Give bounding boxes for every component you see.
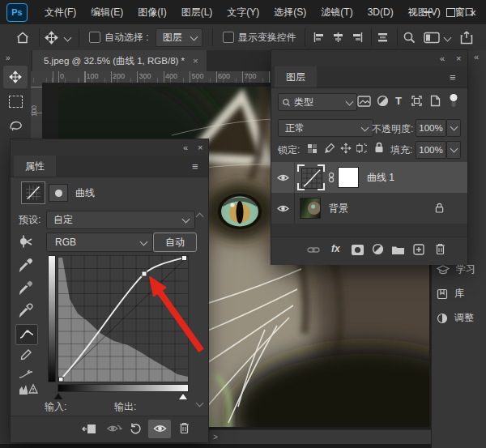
menu-select[interactable]: 选择(S) <box>266 0 313 24</box>
fill-dropdown-button[interactable] <box>446 141 461 159</box>
auto-select-checkbox[interactable] <box>89 32 100 43</box>
lock-all-icon[interactable] <box>374 142 384 153</box>
pencil-draw-curve-icon[interactable] <box>20 348 32 361</box>
filter-adjustment-layers-icon[interactable] <box>377 95 389 107</box>
screen-mode-chevron-icon[interactable] <box>443 33 451 41</box>
panel-collapse-icon[interactable]: « <box>440 53 445 63</box>
link-layers-icon[interactable] <box>307 246 320 254</box>
home-icon[interactable] <box>16 32 29 44</box>
dropdown-chevron-icon <box>346 98 354 106</box>
add-mask-icon[interactable] <box>351 244 364 256</box>
maximize-button[interactable] <box>439 0 462 24</box>
opacity-value[interactable]: 100% <box>416 119 446 137</box>
minimize-button[interactable] <box>416 0 439 24</box>
black-point-eyedropper-icon[interactable] <box>19 258 33 272</box>
zoom-search-icon[interactable] <box>403 31 416 44</box>
tab-properties[interactable]: 属性 <box>14 156 56 177</box>
preset-dropdown[interactable]: 自定 <box>46 211 195 229</box>
layer-row-curves[interactable]: 曲线 1 <box>271 162 467 193</box>
new-group-folder-icon[interactable] <box>391 245 405 255</box>
curves-adjustment-thumbnail[interactable] <box>297 164 325 190</box>
align-vertical-centers-icon[interactable] <box>332 32 344 43</box>
filter-text-layers-icon[interactable]: T <box>395 95 402 107</box>
menu-file[interactable]: 文件(F) <box>37 0 83 24</box>
dock-collapse-icon[interactable]: « <box>474 52 479 62</box>
layer-name[interactable]: 曲线 1 <box>367 171 394 185</box>
layer-name[interactable]: 背景 <box>329 202 348 215</box>
gray-point-eyedropper-icon[interactable] <box>19 280 33 295</box>
delete-adjustment-trash-icon[interactable] <box>179 422 190 434</box>
panel-close-icon[interactable]: × <box>198 143 202 152</box>
dock-item-libraries[interactable]: 库 <box>437 287 464 301</box>
screen-mode-icon[interactable] <box>424 32 440 44</box>
channel-dropdown[interactable]: RGB <box>46 233 153 252</box>
move-tool-icon[interactable] <box>45 31 58 45</box>
view-previous-state-icon[interactable] <box>106 423 122 434</box>
lock-artboard-icon[interactable] <box>356 143 368 154</box>
filter-smart-objects-icon[interactable] <box>430 95 441 107</box>
panel-close-icon[interactable]: × <box>456 53 461 63</box>
histogram-warning-icon[interactable] <box>19 383 38 395</box>
panel-menu-icon[interactable]: ≡ <box>192 160 198 173</box>
menu-3d[interactable]: 3D(D) <box>360 0 401 24</box>
layer-mask-thumbnail[interactable] <box>338 167 359 188</box>
layer-filter-type-dropdown[interactable]: 类型 <box>278 93 357 111</box>
menu-image[interactable]: 图像(I) <box>130 0 173 24</box>
targeted-adjustment-icon[interactable] <box>17 234 33 249</box>
background-layer-thumbnail[interactable] <box>300 198 321 219</box>
filter-shape-layers-icon[interactable] <box>411 95 423 107</box>
align-right-edges-icon[interactable] <box>351 32 363 43</box>
highlights-input-slider[interactable] <box>178 392 188 399</box>
menu-filter[interactable]: 滤镜(T) <box>313 0 360 24</box>
curves-graph[interactable] <box>58 255 189 382</box>
tool-marquee[interactable] <box>3 90 28 113</box>
scroll-down-icon[interactable] <box>196 399 204 407</box>
menu-layer[interactable]: 图层(L) <box>174 0 220 24</box>
toggle-visibility-button[interactable] <box>148 420 171 438</box>
clip-to-layer-icon[interactable] <box>82 424 96 434</box>
filter-pixel-layers-icon[interactable] <box>357 96 371 107</box>
eye-icon <box>277 173 289 182</box>
show-transform-checkbox[interactable] <box>223 32 234 43</box>
layer-visibility-toggle[interactable] <box>271 162 295 193</box>
tool-lasso[interactable] <box>3 114 28 137</box>
tool-move[interactable] <box>3 66 28 88</box>
dock-item-adjustments[interactable]: 调整 <box>437 311 474 325</box>
menu-type[interactable]: 文字(Y) <box>220 0 266 24</box>
lock-position-icon[interactable] <box>340 143 352 154</box>
layer-style-fx-icon[interactable]: fx <box>331 243 340 254</box>
auto-button[interactable]: 自动 <box>153 233 197 252</box>
mask-properties-icon[interactable] <box>49 184 68 202</box>
filter-toggle-icon[interactable] <box>449 93 458 109</box>
smooth-curve-icon[interactable] <box>18 369 34 380</box>
auto-select-target-dropdown[interactable]: 图层 <box>156 28 202 47</box>
fill-value[interactable]: 100% <box>416 141 446 159</box>
opacity-dropdown-button[interactable] <box>446 119 461 137</box>
panel-collapse-icon[interactable]: « <box>183 143 188 152</box>
white-point-eyedropper-icon[interactable] <box>19 303 33 318</box>
menu-edit[interactable]: 编辑(E) <box>83 0 130 24</box>
distribute-icon[interactable] <box>377 32 389 43</box>
new-layer-icon[interactable] <box>413 244 424 255</box>
lock-transparency-icon[interactable] <box>307 143 318 154</box>
tools-expand-icon[interactable]: » <box>0 50 31 64</box>
status-expand-icon[interactable]: > <box>210 432 221 442</box>
close-button[interactable]: × <box>462 0 484 24</box>
delete-layer-trash-icon[interactable] <box>435 243 446 255</box>
blend-mode-dropdown[interactable]: 正常 <box>278 119 373 137</box>
reset-adjustment-icon[interactable] <box>130 423 142 435</box>
move-tool-chevron-icon[interactable] <box>64 33 72 41</box>
share-export-icon[interactable] <box>460 31 473 45</box>
align-left-edges-icon[interactable] <box>313 32 326 43</box>
scroll-up-icon[interactable] <box>196 213 204 221</box>
document-tab[interactable]: 5.jpeg @ 32.5% (曲线 1, RGB/8) * × <box>32 50 207 71</box>
lock-pixels-brush-icon[interactable] <box>324 143 335 154</box>
panel-menu-icon[interactable]: ≡ <box>450 71 456 83</box>
layer-row-background[interactable]: 背景 <box>271 193 467 224</box>
tab-layers[interactable]: 图层 <box>275 66 317 87</box>
new-adjustment-layer-icon[interactable] <box>372 243 384 255</box>
edit-points-curve-tool[interactable] <box>15 324 38 345</box>
shadows-input-slider[interactable] <box>53 392 63 399</box>
document-tab-close-icon[interactable]: × <box>193 56 198 66</box>
layer-visibility-toggle[interactable] <box>271 193 295 224</box>
